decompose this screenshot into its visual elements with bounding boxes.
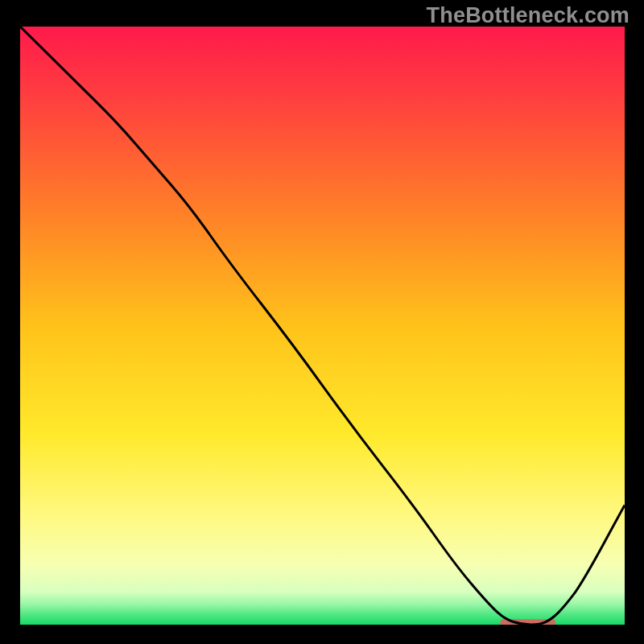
watermark-text: TheBottleneck.com [427, 3, 630, 28]
bottleneck-chart [20, 27, 625, 625]
chart-frame: TheBottleneck.com [0, 0, 644, 644]
